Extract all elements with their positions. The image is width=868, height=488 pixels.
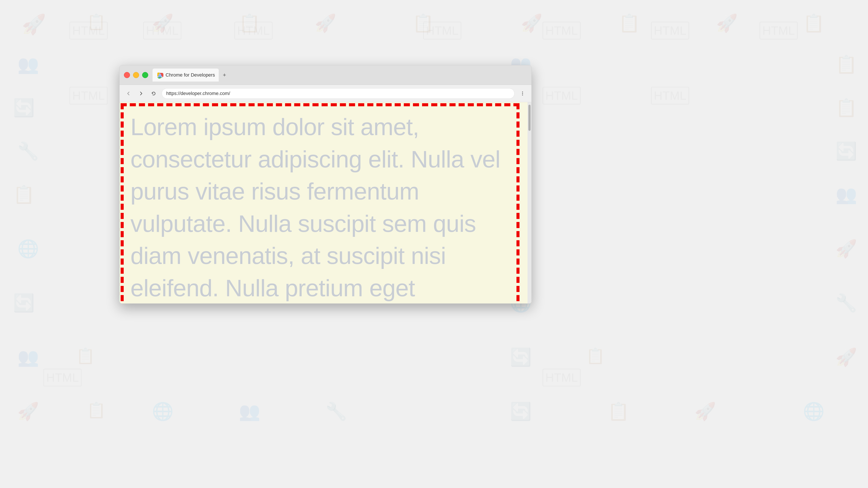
deco-icon: 📋 [87,401,106,419]
reload-button[interactable] [149,89,158,98]
deco-icon: 📋 [87,13,106,31]
url-text: https://developer.chrome.com/ [166,91,230,96]
deco-icon: 🚀 [18,401,39,422]
scrollbar[interactable] [528,102,531,303]
svg-point-7 [522,95,523,95]
deco-icon: 📋 [803,13,825,33]
svg-point-4 [159,74,161,76]
deco-icon: 🔄 [835,141,857,161]
maximize-button[interactable] [142,72,148,78]
tab-bar: Chrome for Developers + [153,69,527,82]
deco-icon: 🔧 [18,141,39,161]
deco-icon: 👥 [835,184,857,205]
deco-icon: 🔄 [13,293,35,313]
close-button[interactable] [124,72,130,78]
deco-icon: 📋 [835,98,857,118]
deco-icon: 📋 [835,54,857,75]
browser-window: Chrome for Developers + https://develope… [119,65,532,304]
browser-menu-button[interactable] [518,89,527,98]
deco-html-badge: HTML [542,87,581,104]
traffic-lights [124,72,148,78]
deco-icon: 🚀 [716,13,738,33]
back-button[interactable] [124,89,133,98]
deco-icon: 🚀 [152,13,174,33]
deco-icon: 📋 [239,13,260,33]
deco-icon: 🔧 [326,401,347,422]
deco-icon: 🚀 [835,347,857,367]
address-bar[interactable]: https://developer.chrome.com/ [162,88,515,99]
chrome-favicon [156,72,163,78]
deco-html-badge: HTML [43,369,82,387]
tab-title: Chrome for Developers [165,72,215,78]
deco-icon: 👥 [239,401,260,422]
deco-icon: 📋 [586,347,605,365]
deco-html-badge: HTML [69,22,107,39]
deco-html-badge: HTML [423,22,461,39]
deco-icon: 👥 [18,347,39,367]
forward-button[interactable] [136,89,146,98]
deco-html-badge: HTML [235,22,273,39]
deco-html-badge: HTML [143,22,181,39]
scrollbar-thumb[interactable] [528,105,531,131]
deco-icon: 🌐 [18,238,39,259]
navigation-bar: https://developer.chrome.com/ [120,85,531,102]
deco-icon: 👥 [18,54,39,75]
back-arrow-icon [126,91,131,96]
deco-icon: 🚀 [22,13,46,36]
deco-icon: 🚀 [315,13,336,33]
svg-point-6 [522,93,523,94]
deco-icon: 🚀 [521,13,542,33]
deco-icon: 📋 [618,13,640,33]
minimize-button[interactable] [133,72,139,78]
deco-icon: 📋 [412,13,434,33]
deco-icon: 🔄 [510,347,532,367]
page-content: Lorem ipsum dolor sit amet, consectetur … [120,102,531,303]
active-tab[interactable]: Chrome for Developers [153,69,219,82]
deco-html-badge: HTML [542,369,581,387]
deco-icon: 🔄 [13,98,35,118]
deco-icon: 🌐 [152,401,174,422]
deco-icon: 🌐 [803,401,825,422]
kebab-menu-icon [520,91,525,96]
deco-icon: 🔄 [510,401,532,422]
reload-icon [151,91,156,96]
deco-icon: 🚀 [694,401,716,422]
title-bar: Chrome for Developers + [120,65,531,85]
svg-point-5 [522,92,523,92]
deco-icon: 🔧 [835,293,857,313]
lorem-ipsum-text: Lorem ipsum dolor sit amet, consectetur … [130,111,514,303]
add-tab-button[interactable]: + [220,71,228,79]
deco-html-badge: HTML [69,87,107,104]
deco-icon: 📋 [608,401,629,422]
deco-icon: 🚀 [835,238,857,259]
deco-html-badge: HTML [542,22,581,39]
forward-arrow-icon [139,91,144,96]
deco-icon: 📋 [76,347,95,365]
deco-html-badge: HTML [760,22,798,39]
deco-html-badge: HTML [651,22,689,39]
deco-html-badge: HTML [651,87,689,104]
deco-icon: 📋 [13,184,35,205]
